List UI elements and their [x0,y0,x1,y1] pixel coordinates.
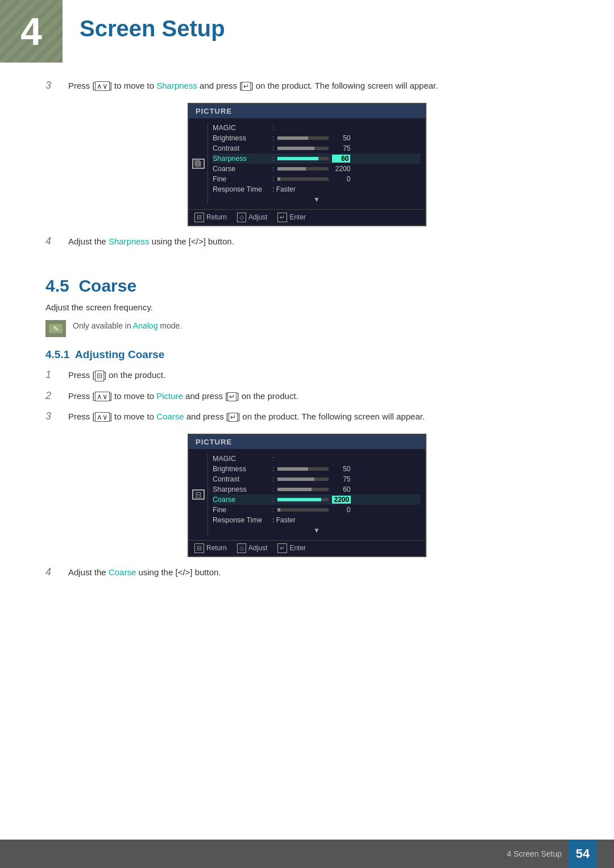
return-icon-2: ⊟ [194,543,204,553]
sharpness-value-1: 60 [332,155,350,163]
page-number: 54 [569,840,597,868]
menu-row-contrast-1: Contrast : 75 [213,143,421,153]
menu-row-fine-1: Fine : 0 [213,174,421,184]
step-4c-text: Adjust the Coarse using the [</>] button… [68,566,221,579]
menu-row-magic-2: MAGIC : [213,454,421,464]
footer-adjust-2: ◇ Adjust [237,543,267,553]
picture-menu-1: PICTURE ⊟ MAGIC : Brightness : [188,103,426,226]
sharpness-bar-1: 60 [277,155,421,163]
step-3c-text: Press [∧∨] to move to Coarse and press [… [68,410,425,423]
step-num-3: 3 [45,80,63,92]
coarse-fill-1 [277,167,306,171]
footer-enter-1: ↵ Enter [277,213,306,222]
magic-label-2: MAGIC [213,455,272,463]
picture-menu-rows-2: MAGIC : Brightness : 50 Contras [208,454,425,535]
step-3-text: Press [∧∨] to move to Sharpness and pres… [68,80,438,93]
sharpness-highlight-1: Sharpness [156,81,197,90]
return-label-2: Return [206,544,227,552]
note-box: ✎ Only available in Analog mode. [45,320,569,337]
adjust-icon-2: ◇ [237,543,246,553]
menu-row-response-1: Response Time : Faster [213,184,421,194]
picture-menu-2: PICTURE ⊟ MAGIC : Brightness : [188,434,426,557]
adjust-icon-1: ◇ [237,213,246,222]
step-1-coarse: 1 Press [⊟] on the product. [45,369,569,382]
menu-row-brightness-2: Brightness : 50 [213,464,421,474]
step-1c-text: Press [⊟] on the product. [68,369,165,382]
fine-label-2: Fine [213,506,272,514]
sharpness-fill-1 [277,157,318,160]
menu-row-brightness-1: Brightness : 50 [213,133,421,143]
sharpness-label-2: Sharpness [213,485,272,493]
more-arrow-2: ▼ [213,525,421,535]
picture-menu-sidebar-2: ⊟ [189,454,208,535]
response-label-1: Response Time [213,185,272,193]
subsection-title: 4.5.1 Adjusting Coarse [45,348,569,361]
contrast-bar-2: 75 [277,475,421,483]
menu-row-fine-2: Fine : 0 [213,505,421,515]
response-label-2: Response Time [213,516,272,524]
analog-highlight: Analog [133,321,158,330]
brightness-fill-1 [277,136,308,140]
step-num-2c: 2 [45,390,63,402]
coarse-bar-2: 2200 [277,496,421,504]
note-icon: ✎ [45,320,66,337]
step-4-sharpness: 4 Adjust the Sharpness using the [</>] b… [45,235,569,248]
brightness-label-2: Brightness [213,465,272,473]
fine-label-1: Fine [213,175,272,183]
more-arrow-1: ▼ [213,194,421,205]
coarse-label-2: Coarse [213,496,272,504]
menu-row-response-2: Response Time : Faster [213,515,421,525]
brightness-label-1: Brightness [213,134,272,142]
section-coarse-desc: Adjust the screen frequency. [45,302,569,312]
contrast-bar-1: 75 [277,144,421,152]
menu-row-sharpness-1: Sharpness : 60 [213,153,421,164]
response-text-1: : Faster [272,185,296,193]
picture-menu-body-2: ⊟ MAGIC : Brightness : 50 [189,449,425,540]
brightness-value-2: 50 [332,465,350,473]
fine-fill-2 [277,508,280,512]
return-label-1: Return [206,213,227,221]
menu-row-contrast-2: Contrast : 75 [213,474,421,484]
picture-menu-title-1: PICTURE [189,104,425,118]
picture-menu-body-1: ⊟ MAGIC : Brightness : 50 [189,118,425,209]
response-text-2: : Faster [272,516,296,524]
magic-label-1: MAGIC [213,124,272,132]
contrast-value-2: 75 [332,475,350,483]
enter-label-1: Enter [289,213,306,221]
contrast-label-2: Contrast [213,475,272,483]
step-3-sharpness: 3 Press [∧∨] to move to Sharpness and pr… [45,80,569,93]
step-3-coarse: 3 Press [∧∨] to move to Coarse and press… [45,410,569,423]
chapter-number: 4 [20,9,42,53]
section-name: Coarse [78,276,136,295]
coarse-value-1: 2200 [332,165,350,173]
section-coarse-title: 4.5 Coarse [45,271,569,296]
picture-menu-wrapper-2: PICTURE ⊟ MAGIC : Brightness : [45,434,569,557]
contrast-fill-2 [277,477,314,481]
fine-value-1: 0 [332,175,350,183]
brightness-value-1: 50 [332,134,350,142]
step-2c-text: Press [∧∨] to move to Picture and press … [68,390,298,403]
sharpness-track-1 [277,157,329,160]
page-header: 4 Screen Setup [0,0,614,63]
brightness-track-1 [277,136,329,140]
menu-row-sharpness-2: Sharpness : 60 [213,484,421,495]
coarse-track-1 [277,167,329,171]
step-4-coarse: 4 Adjust the Coarse using the [</>] butt… [45,566,569,579]
coarse-value-2: 2200 [332,496,351,504]
contrast-value-1: 75 [332,144,350,152]
chapter-number-block: 4 [0,0,63,63]
step-num-4c: 4 [45,566,63,578]
return-icon-1: ⊟ [194,213,204,222]
step-num-3c: 3 [45,410,63,422]
picture-menu-rows-1: MAGIC : Brightness : 50 Contras [208,123,425,205]
chapter-title: Screen Setup [63,0,225,41]
coarse-bar-1: 2200 [277,165,421,173]
fine-value-2: 0 [332,506,350,514]
page-footer: 4 Screen Setup 54 [0,840,614,868]
coarse-highlight-1: Coarse [156,412,184,421]
fine-track-1 [277,177,329,181]
coarse-highlight-2: Coarse [109,567,136,577]
contrast-fill-1 [277,147,314,150]
step-4a-text: Adjust the Sharpness using the [</>] but… [68,235,234,248]
picture-highlight: Picture [156,391,183,401]
